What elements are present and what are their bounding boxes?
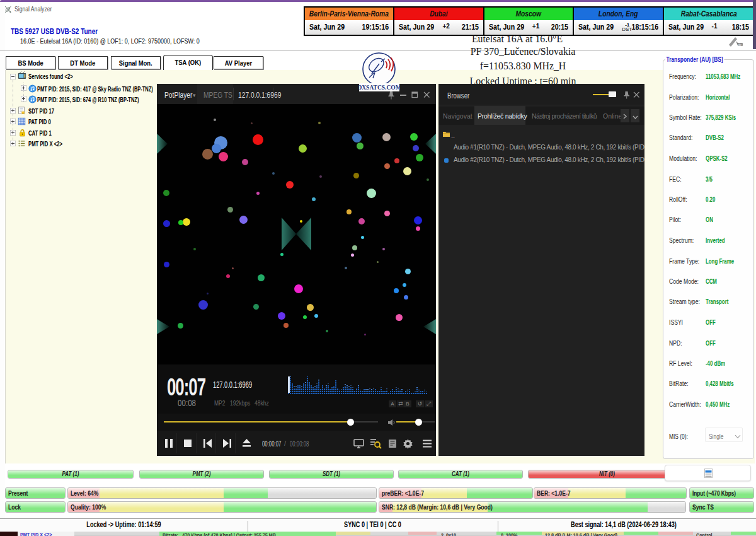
svg-text:dx: dx: [738, 44, 742, 47]
svg-text:DXSATCS.COM: DXSATCS.COM: [358, 84, 400, 91]
